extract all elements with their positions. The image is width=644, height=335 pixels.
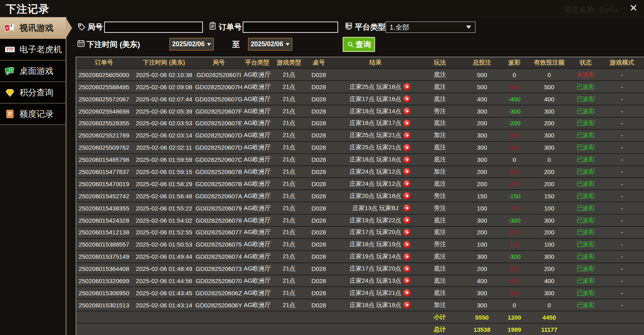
cell: 250206015452742 — [76, 190, 132, 202]
replay-play-button[interactable] — [403, 192, 411, 200]
cell: 150 — [462, 190, 502, 202]
cell: AG欧洲厅 — [241, 166, 273, 178]
cell: - — [599, 190, 644, 202]
sidebar-item-slots[interactable]: 777电子老虎机 — [0, 39, 66, 60]
cell: 21点 — [273, 251, 305, 262]
cell: 200 — [462, 118, 502, 129]
cell: 200 — [462, 227, 502, 238]
cell: D028 — [305, 81, 333, 92]
cell: AG欧洲厅 — [241, 69, 273, 80]
cell: D028 — [305, 227, 333, 238]
column-header: 总投注 — [462, 57, 502, 68]
result-cell: 庄家24点 玩家12点 — [333, 166, 418, 178]
date-from-picker[interactable]: 2025/02/06 — [169, 38, 214, 51]
replay-play-button[interactable] — [403, 180, 411, 187]
status-badge: 已派彩 — [572, 178, 599, 189]
cell: AG欧洲厅 — [241, 215, 273, 226]
total-row: 总计13538198911177 — [76, 323, 644, 335]
status-badge: 已派彩 — [572, 142, 599, 153]
replay-play-button[interactable] — [403, 289, 411, 296]
cell: 底注 — [418, 118, 462, 129]
cell: 2025-02-06 02:09:08 — [132, 81, 196, 92]
cell: 底注 — [418, 142, 462, 153]
replay-play-button[interactable] — [403, 277, 411, 284]
column-header: 游戏模式 — [599, 57, 644, 68]
sidebar-item-live-games[interactable]: ♥9视讯游戏 — [0, 17, 66, 39]
cell: 底注 — [418, 154, 462, 165]
result-text: 庄家18点 玩家14点 — [350, 107, 401, 115]
order-number-label: 订单号 — [219, 22, 242, 32]
sidebar-item-table-games[interactable]: ♦$桌面游戏 — [0, 60, 66, 82]
replay-play-button[interactable] — [403, 241, 411, 248]
replay-play-button[interactable] — [403, 217, 411, 224]
cell: 200 — [462, 178, 502, 189]
cell: 400 — [462, 275, 502, 287]
cell: D028 — [305, 287, 333, 298]
diamond-icon — [4, 87, 15, 98]
table-row: 2502060154857982025-02-06 01:59:59GD0282… — [76, 153, 644, 165]
cell: D028 — [305, 202, 333, 214]
replay-play-button[interactable] — [403, 265, 411, 273]
cell: 21点 — [273, 69, 305, 80]
sidebar-item-quota-records[interactable]: 额度记录 — [0, 103, 66, 125]
query-button[interactable]: 查询 — [343, 37, 375, 52]
table-row: 2502060154527422025-02-06 01:56:48GD0282… — [76, 189, 644, 202]
status-badge: 已派彩 — [572, 275, 599, 287]
play-icon — [406, 255, 409, 258]
replay-play-button[interactable] — [403, 83, 411, 90]
cell: - — [599, 93, 644, 105]
footer-cell: 13538 — [462, 324, 502, 335]
replay-play-button[interactable] — [403, 168, 411, 175]
result-text: 庄家19点 玩家22点 — [350, 217, 401, 224]
table-row: 2502060153751492025-02-06 01:49:44GD0282… — [76, 250, 644, 262]
cell: 300 — [462, 130, 502, 141]
footer-cell: 1200 — [502, 311, 527, 323]
order-number-input[interactable] — [243, 21, 338, 33]
cell: 底注 — [418, 81, 462, 92]
cell: D028 — [305, 166, 333, 178]
footer-cell — [76, 311, 132, 323]
result-cell: 庄家18点 玩家18点 — [333, 299, 418, 311]
payout-cell: 200 — [502, 166, 527, 178]
payout-cell: -300 — [502, 215, 527, 226]
result-text: 庄家25点 玩家21点 — [350, 144, 401, 151]
close-icon[interactable]: ✕ — [629, 3, 638, 13]
footer-cell — [273, 311, 305, 323]
replay-play-button[interactable] — [403, 156, 411, 163]
result-text: 庄家13点 玩家BJ — [352, 204, 398, 212]
query-button-label: 查询 — [356, 39, 371, 50]
date-to-picker[interactable]: 2025/02/06 — [248, 38, 292, 51]
replay-play-button[interactable] — [403, 107, 411, 115]
round-number-input[interactable] — [104, 21, 203, 33]
replay-play-button[interactable] — [403, 204, 411, 212]
document-icon — [4, 109, 15, 119]
cell: - — [599, 239, 644, 250]
filter-panel: 局号 订单号 平台类型 1.全部 下注时间 (美东) 2025/02/06 至 … — [67, 17, 644, 57]
result-cell: 庄家17点 玩家20点 — [333, 263, 418, 275]
replay-play-button[interactable] — [403, 144, 411, 151]
footer-cell: 1989 — [502, 324, 527, 335]
cell: 21点 — [273, 118, 305, 129]
cell: 底注 — [418, 287, 462, 298]
replay-play-button[interactable] — [403, 229, 411, 236]
replay-play-button[interactable] — [403, 301, 411, 309]
cell: 300 — [462, 215, 502, 226]
replay-play-button[interactable] — [403, 253, 411, 260]
cell: 400 — [527, 275, 572, 287]
cell: GD02825206073 — [196, 263, 241, 275]
cell: 200 — [462, 166, 502, 178]
payout-cell: 200 — [502, 227, 527, 238]
cell: AG欧洲厅 — [241, 227, 273, 238]
platform-type-select[interactable]: 1.全部 — [386, 21, 476, 33]
cell: D028 — [305, 130, 333, 141]
sidebar-item-points-query[interactable]: 积分查询 — [0, 82, 66, 103]
result-text: 庄家18点 玩家17点 — [350, 119, 401, 127]
replay-play-button[interactable] — [403, 95, 411, 103]
footer-cell — [196, 311, 241, 323]
result-text: 庄家24点 玩家13点 — [350, 277, 401, 285]
payout-cell: 150 — [502, 202, 527, 214]
result-cell: 庄家19点 玩家14点 — [333, 251, 418, 262]
cell: AG欧洲厅 — [241, 130, 273, 141]
replay-play-button[interactable] — [403, 132, 411, 139]
replay-play-button[interactable] — [403, 120, 411, 127]
